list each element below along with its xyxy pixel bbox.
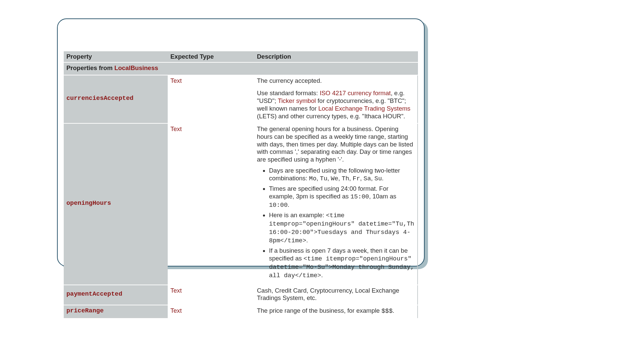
desc-text: Use standard formats: [257,89,320,97]
code-text: We [331,175,338,182]
link-iso4217[interactable]: ISO 4217 currency format [320,89,391,97]
list-item: Here is an example: <time itemprop="open… [269,212,415,245]
desc-text: , [327,175,331,182]
code-text: Fr [353,175,360,182]
table-row: paymentAccepted Text Cash, Credit Card, … [64,285,418,305]
expected-type: Text [168,305,254,318]
table-header-row: Property Expected Type Description [64,51,418,62]
section-label: Properties from LocalBusiness [64,62,418,75]
property-name-currenciesaccepted[interactable]: currenciesAccepted [64,75,168,123]
link-lets[interactable]: Local Exchange Trading Systems [318,105,411,112]
description-cell: Cash, Credit Card, Cryptocurrency, Local… [254,285,418,305]
desc-text: . [382,175,384,182]
desc-text: . [393,307,394,314]
description-cell: The price range of the business, for exa… [254,305,418,318]
desc-text: . [306,237,308,244]
code-text: Th [342,175,349,182]
desc-text: . [321,272,323,279]
col-header-description: Description [254,51,418,62]
type-link-text[interactable]: Text [170,287,182,294]
desc-text: , [317,175,320,182]
list-item: Times are specified using 24:00 format. … [269,185,415,209]
section-prefix: Properties from [66,64,114,71]
definitions-table: Property Expected Type Description Prope… [64,51,418,319]
type-link-text[interactable]: Text [170,307,182,314]
property-name-openinghours[interactable]: openingHours [64,123,168,285]
desc-text: . [288,201,289,208]
list-item: Days are specified using the following t… [269,167,415,183]
opening-hours-list: Days are specified using the following t… [257,167,415,280]
desc-text: Here is an example: [269,212,326,219]
code-text: Tu [320,175,327,182]
desc-text: , [338,175,342,182]
code-text: Mo [309,175,316,182]
desc-text: , [349,175,353,182]
code-text: Su [374,175,382,182]
link-ticker-symbol[interactable]: Ticker symbol [278,97,316,104]
desc-text: Cash, Credit Card, Cryptocurrency, Local… [257,287,399,302]
desc-text: The general opening hours for a business… [257,125,413,163]
property-name-paymentaccepted[interactable]: paymentAccepted [64,285,168,305]
table-row: openingHours Text The general opening ho… [64,123,418,285]
col-header-property: Property [64,51,168,62]
table-row: currenciesAccepted Text The currency acc… [64,75,418,123]
type-link-text[interactable]: Text [170,77,182,84]
section-row-localbusiness: Properties from LocalBusiness [64,62,418,75]
desc-text: The price range of the business, for exa… [257,307,381,314]
desc-text: , [360,175,364,182]
expected-type: Text [168,123,254,285]
code-text: $$$ [381,308,392,315]
description-cell: The currency accepted. Use standard form… [254,75,418,123]
section-link-localbusiness[interactable]: LocalBusiness [114,64,158,71]
type-link-text[interactable]: Text [170,125,182,132]
desc-text: , 10am as [369,193,396,200]
description-cell: The general opening hours for a business… [254,123,418,285]
code-text: 10:00 [269,202,288,209]
desc-text: The currency accepted. [257,77,322,84]
expected-type: Text [168,75,254,123]
table-row: priceRange Text The price range of the b… [64,305,418,318]
code-text: Sa [364,175,371,182]
definition-card: Property Expected Type Description Prope… [57,18,425,266]
col-header-type: Expected Type [168,51,254,62]
desc-text: , [371,175,374,182]
expected-type: Text [168,285,254,305]
property-name-pricerange[interactable]: priceRange [64,305,168,318]
list-item: If a business is open 7 days a week, the… [269,247,415,280]
code-text: 15:00 [351,193,369,200]
desc-text: (LETS) and other currency types, e.g. "I… [257,113,405,120]
